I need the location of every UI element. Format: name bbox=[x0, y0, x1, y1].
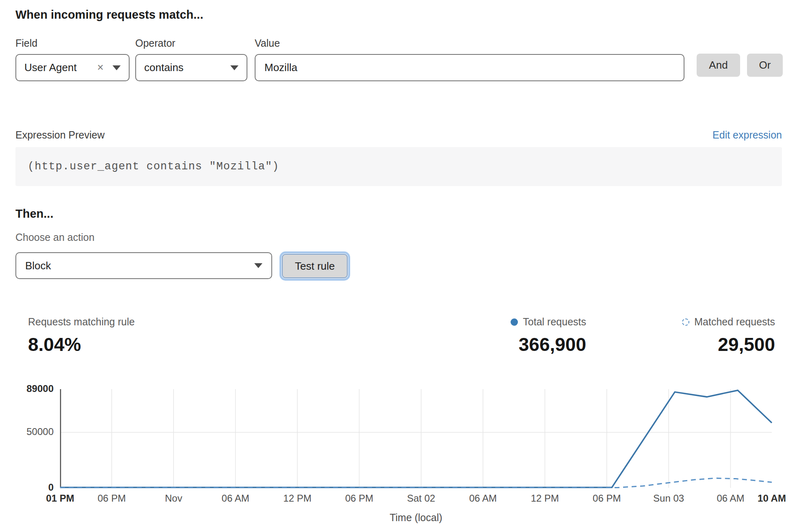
operator-select-value: contains bbox=[144, 61, 230, 74]
y-tick-label: 0 bbox=[0, 482, 54, 493]
then-heading: Then... bbox=[15, 207, 53, 221]
x-tick-label: 01 PM bbox=[32, 493, 89, 504]
test-rule-button[interactable]: Test rule bbox=[282, 254, 348, 278]
x-tick-label: 06 AM bbox=[455, 493, 511, 504]
series-matched-requests bbox=[60, 478, 772, 487]
x-tick-label: Nov bbox=[145, 493, 202, 504]
x-tick-label: 06 AM bbox=[207, 493, 264, 504]
stat-matched-label: Matched requests bbox=[694, 316, 775, 328]
and-button[interactable]: And bbox=[697, 54, 740, 77]
stat-matched-requests: Matched requests 29,500 bbox=[682, 316, 775, 355]
chevron-down-icon bbox=[230, 65, 238, 70]
chart-plot-area bbox=[60, 389, 772, 488]
x-tick-label: Sat 02 bbox=[393, 493, 450, 504]
action-select-value: Block bbox=[25, 260, 254, 272]
stat-requests-matching: Requests matching rule 8.04% bbox=[28, 316, 135, 355]
page-title: When incoming requests match... bbox=[15, 8, 203, 22]
or-button[interactable]: Or bbox=[747, 54, 783, 77]
x-tick-label: 12 PM bbox=[516, 493, 573, 504]
x-tick-label: 10 AM bbox=[743, 493, 800, 504]
requests-chart: Time (local) 8900050000001 PM06 PMNov06 … bbox=[0, 378, 812, 526]
value-label: Value bbox=[255, 37, 280, 49]
stat-total-requests: Total requests 366,900 bbox=[511, 316, 586, 355]
x-tick-label: 06 PM bbox=[331, 493, 388, 504]
edit-expression-link[interactable]: Edit expression bbox=[712, 129, 782, 141]
action-select[interactable]: Block bbox=[15, 252, 272, 279]
x-tick-label: Sun 03 bbox=[640, 493, 697, 504]
firewall-rule-editor: When incoming requests match... Field Op… bbox=[0, 0, 812, 526]
expression-preview-label: Expression Preview bbox=[15, 129, 105, 141]
stat-matched-value: 29,500 bbox=[682, 333, 775, 355]
clear-icon[interactable]: × bbox=[97, 61, 104, 74]
matched-requests-dashed-circle-icon bbox=[682, 318, 689, 326]
expression-code: (http.user_agent contains "Mozilla") bbox=[28, 160, 279, 173]
choose-action-label: Choose an action bbox=[15, 232, 95, 243]
y-tick-label: 89000 bbox=[0, 383, 54, 394]
stat-total-value: 366,900 bbox=[511, 333, 586, 355]
x-tick-label: 06 PM bbox=[578, 493, 635, 504]
expression-code-box: (http.user_agent contains "Mozilla") bbox=[15, 147, 782, 186]
x-tick-label: 12 PM bbox=[269, 493, 326, 504]
operator-select[interactable]: contains bbox=[135, 54, 247, 81]
series-total-requests bbox=[60, 390, 772, 487]
stat-total-label: Total requests bbox=[523, 316, 586, 328]
operator-label: Operator bbox=[135, 37, 175, 49]
y-tick-label: 50000 bbox=[0, 426, 54, 437]
chart-axis-title: Time (local) bbox=[60, 512, 772, 524]
stat-matching-value: 8.04% bbox=[28, 333, 135, 355]
field-label: Field bbox=[15, 37, 37, 49]
chevron-down-icon bbox=[113, 65, 121, 70]
value-input[interactable] bbox=[255, 54, 684, 81]
chevron-down-icon bbox=[254, 263, 262, 268]
stat-matching-label: Requests matching rule bbox=[28, 316, 135, 328]
field-select-value: User Agent bbox=[24, 61, 97, 74]
field-select[interactable]: User Agent × bbox=[15, 54, 130, 81]
x-tick-label: 06 PM bbox=[83, 493, 140, 504]
total-requests-dot-icon bbox=[511, 318, 518, 326]
